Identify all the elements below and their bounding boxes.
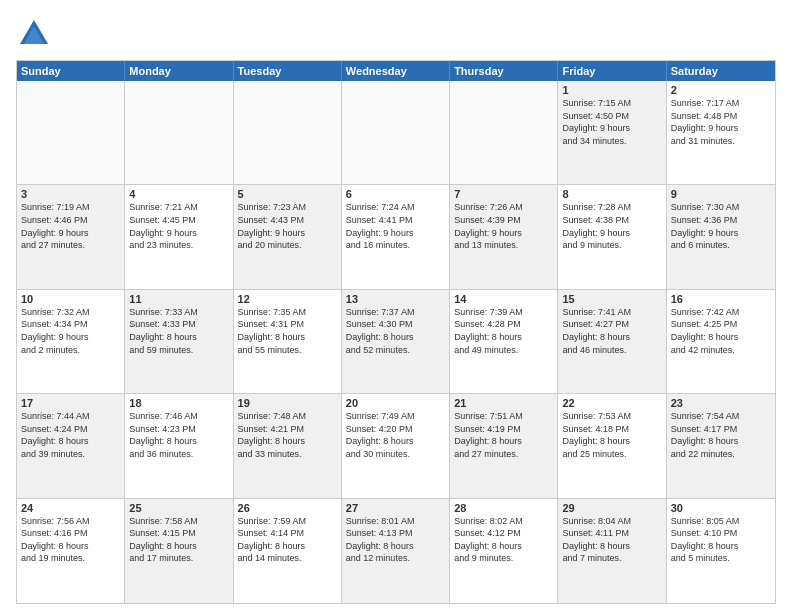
calendar-body: 1Sunrise: 7:15 AM Sunset: 4:50 PM Daylig… [17, 81, 775, 603]
day-info: Sunrise: 7:48 AM Sunset: 4:21 PM Dayligh… [238, 410, 337, 460]
cal-cell-20: 20Sunrise: 7:49 AM Sunset: 4:20 PM Dayli… [342, 394, 450, 497]
day-info: Sunrise: 7:51 AM Sunset: 4:19 PM Dayligh… [454, 410, 553, 460]
logo-icon [16, 16, 52, 52]
day-number: 7 [454, 188, 553, 200]
day-number: 18 [129, 397, 228, 409]
cal-cell-28: 28Sunrise: 8:02 AM Sunset: 4:12 PM Dayli… [450, 499, 558, 603]
day-number: 2 [671, 84, 771, 96]
day-info: Sunrise: 8:01 AM Sunset: 4:13 PM Dayligh… [346, 515, 445, 565]
day-info: Sunrise: 7:39 AM Sunset: 4:28 PM Dayligh… [454, 306, 553, 356]
header-day-wednesday: Wednesday [342, 61, 450, 81]
day-info: Sunrise: 7:41 AM Sunset: 4:27 PM Dayligh… [562, 306, 661, 356]
cal-cell-27: 27Sunrise: 8:01 AM Sunset: 4:13 PM Dayli… [342, 499, 450, 603]
day-info: Sunrise: 7:42 AM Sunset: 4:25 PM Dayligh… [671, 306, 771, 356]
cal-cell-25: 25Sunrise: 7:58 AM Sunset: 4:15 PM Dayli… [125, 499, 233, 603]
day-number: 4 [129, 188, 228, 200]
day-info: Sunrise: 7:19 AM Sunset: 4:46 PM Dayligh… [21, 201, 120, 251]
day-info: Sunrise: 7:28 AM Sunset: 4:38 PM Dayligh… [562, 201, 661, 251]
cal-cell-24: 24Sunrise: 7:56 AM Sunset: 4:16 PM Dayli… [17, 499, 125, 603]
day-number: 9 [671, 188, 771, 200]
day-number: 8 [562, 188, 661, 200]
cal-cell-8: 8Sunrise: 7:28 AM Sunset: 4:38 PM Daylig… [558, 185, 666, 288]
cal-cell-19: 19Sunrise: 7:48 AM Sunset: 4:21 PM Dayli… [234, 394, 342, 497]
day-info: Sunrise: 7:15 AM Sunset: 4:50 PM Dayligh… [562, 97, 661, 147]
cal-cell-3: 3Sunrise: 7:19 AM Sunset: 4:46 PM Daylig… [17, 185, 125, 288]
cal-cell-17: 17Sunrise: 7:44 AM Sunset: 4:24 PM Dayli… [17, 394, 125, 497]
day-number: 1 [562, 84, 661, 96]
cal-cell-empty-4 [450, 81, 558, 184]
day-number: 10 [21, 293, 120, 305]
header-day-monday: Monday [125, 61, 233, 81]
page: SundayMondayTuesdayWednesdayThursdayFrid… [0, 0, 792, 612]
cal-cell-29: 29Sunrise: 8:04 AM Sunset: 4:11 PM Dayli… [558, 499, 666, 603]
calendar-header: SundayMondayTuesdayWednesdayThursdayFrid… [17, 61, 775, 81]
day-info: Sunrise: 7:59 AM Sunset: 4:14 PM Dayligh… [238, 515, 337, 565]
week-row-4: 24Sunrise: 7:56 AM Sunset: 4:16 PM Dayli… [17, 499, 775, 603]
day-number: 25 [129, 502, 228, 514]
day-number: 11 [129, 293, 228, 305]
cal-cell-empty-3 [342, 81, 450, 184]
day-info: Sunrise: 7:54 AM Sunset: 4:17 PM Dayligh… [671, 410, 771, 460]
cal-cell-11: 11Sunrise: 7:33 AM Sunset: 4:33 PM Dayli… [125, 290, 233, 393]
day-number: 5 [238, 188, 337, 200]
day-number: 30 [671, 502, 771, 514]
header-day-thursday: Thursday [450, 61, 558, 81]
day-info: Sunrise: 7:46 AM Sunset: 4:23 PM Dayligh… [129, 410, 228, 460]
day-number: 3 [21, 188, 120, 200]
cal-cell-21: 21Sunrise: 7:51 AM Sunset: 4:19 PM Dayli… [450, 394, 558, 497]
cal-cell-26: 26Sunrise: 7:59 AM Sunset: 4:14 PM Dayli… [234, 499, 342, 603]
day-number: 23 [671, 397, 771, 409]
header-day-saturday: Saturday [667, 61, 775, 81]
cal-cell-empty-1 [125, 81, 233, 184]
cal-cell-9: 9Sunrise: 7:30 AM Sunset: 4:36 PM Daylig… [667, 185, 775, 288]
cal-cell-30: 30Sunrise: 8:05 AM Sunset: 4:10 PM Dayli… [667, 499, 775, 603]
day-number: 29 [562, 502, 661, 514]
day-info: Sunrise: 7:32 AM Sunset: 4:34 PM Dayligh… [21, 306, 120, 356]
day-info: Sunrise: 7:44 AM Sunset: 4:24 PM Dayligh… [21, 410, 120, 460]
cal-cell-18: 18Sunrise: 7:46 AM Sunset: 4:23 PM Dayli… [125, 394, 233, 497]
day-number: 14 [454, 293, 553, 305]
day-number: 6 [346, 188, 445, 200]
cal-cell-7: 7Sunrise: 7:26 AM Sunset: 4:39 PM Daylig… [450, 185, 558, 288]
day-number: 16 [671, 293, 771, 305]
cal-cell-6: 6Sunrise: 7:24 AM Sunset: 4:41 PM Daylig… [342, 185, 450, 288]
week-row-2: 10Sunrise: 7:32 AM Sunset: 4:34 PM Dayli… [17, 290, 775, 394]
day-number: 13 [346, 293, 445, 305]
day-info: Sunrise: 7:53 AM Sunset: 4:18 PM Dayligh… [562, 410, 661, 460]
day-number: 15 [562, 293, 661, 305]
cal-cell-2: 2Sunrise: 7:17 AM Sunset: 4:48 PM Daylig… [667, 81, 775, 184]
day-info: Sunrise: 8:05 AM Sunset: 4:10 PM Dayligh… [671, 515, 771, 565]
cal-cell-12: 12Sunrise: 7:35 AM Sunset: 4:31 PM Dayli… [234, 290, 342, 393]
day-number: 20 [346, 397, 445, 409]
day-info: Sunrise: 7:56 AM Sunset: 4:16 PM Dayligh… [21, 515, 120, 565]
week-row-0: 1Sunrise: 7:15 AM Sunset: 4:50 PM Daylig… [17, 81, 775, 185]
day-info: Sunrise: 7:33 AM Sunset: 4:33 PM Dayligh… [129, 306, 228, 356]
day-number: 19 [238, 397, 337, 409]
day-number: 22 [562, 397, 661, 409]
cal-cell-16: 16Sunrise: 7:42 AM Sunset: 4:25 PM Dayli… [667, 290, 775, 393]
day-info: Sunrise: 7:37 AM Sunset: 4:30 PM Dayligh… [346, 306, 445, 356]
header [16, 16, 776, 52]
day-number: 28 [454, 502, 553, 514]
header-day-friday: Friday [558, 61, 666, 81]
week-row-1: 3Sunrise: 7:19 AM Sunset: 4:46 PM Daylig… [17, 185, 775, 289]
day-info: Sunrise: 7:30 AM Sunset: 4:36 PM Dayligh… [671, 201, 771, 251]
week-row-3: 17Sunrise: 7:44 AM Sunset: 4:24 PM Dayli… [17, 394, 775, 498]
day-number: 24 [21, 502, 120, 514]
day-info: Sunrise: 7:24 AM Sunset: 4:41 PM Dayligh… [346, 201, 445, 251]
header-day-tuesday: Tuesday [234, 61, 342, 81]
header-day-sunday: Sunday [17, 61, 125, 81]
cal-cell-1: 1Sunrise: 7:15 AM Sunset: 4:50 PM Daylig… [558, 81, 666, 184]
day-info: Sunrise: 7:21 AM Sunset: 4:45 PM Dayligh… [129, 201, 228, 251]
cal-cell-empty-0 [17, 81, 125, 184]
cal-cell-13: 13Sunrise: 7:37 AM Sunset: 4:30 PM Dayli… [342, 290, 450, 393]
day-info: Sunrise: 7:26 AM Sunset: 4:39 PM Dayligh… [454, 201, 553, 251]
day-info: Sunrise: 8:04 AM Sunset: 4:11 PM Dayligh… [562, 515, 661, 565]
cal-cell-5: 5Sunrise: 7:23 AM Sunset: 4:43 PM Daylig… [234, 185, 342, 288]
day-number: 27 [346, 502, 445, 514]
cal-cell-22: 22Sunrise: 7:53 AM Sunset: 4:18 PM Dayli… [558, 394, 666, 497]
cal-cell-23: 23Sunrise: 7:54 AM Sunset: 4:17 PM Dayli… [667, 394, 775, 497]
cal-cell-10: 10Sunrise: 7:32 AM Sunset: 4:34 PM Dayli… [17, 290, 125, 393]
day-number: 21 [454, 397, 553, 409]
day-info: Sunrise: 7:49 AM Sunset: 4:20 PM Dayligh… [346, 410, 445, 460]
